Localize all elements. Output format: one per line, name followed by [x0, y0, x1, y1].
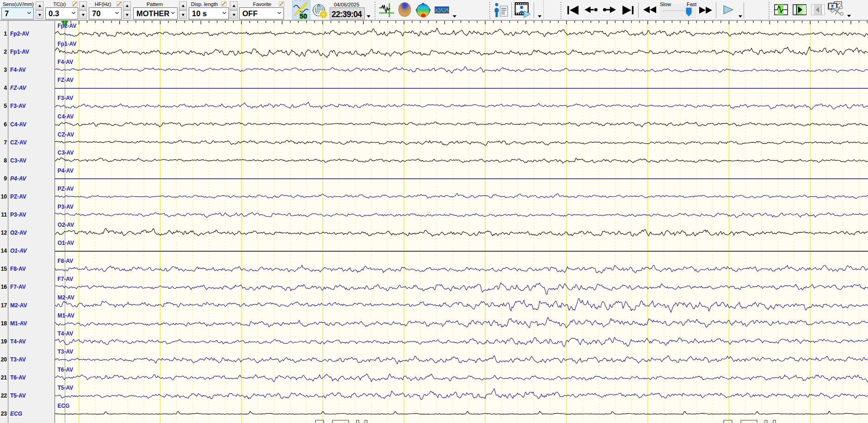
svg-text:50: 50 — [300, 12, 307, 19]
